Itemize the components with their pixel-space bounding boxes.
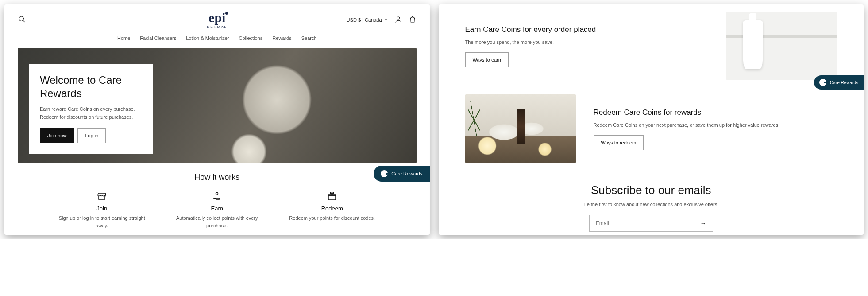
rewards-launcher-icon xyxy=(381,170,388,177)
how-item-body: Automatically collect points with every … xyxy=(173,214,261,229)
how-item-title: Join xyxy=(58,205,146,212)
how-item-body: Redeem your points for discount codes. xyxy=(288,214,376,222)
currency-selector[interactable]: USD $ | Canada xyxy=(347,17,388,23)
subscribe-title: Subscribe to our emails xyxy=(465,183,837,197)
site-header: epi DERMAL USD $ | Canada xyxy=(4,4,430,29)
logo-main: epi xyxy=(208,11,225,24)
rewards-launcher-label: Care Rewards xyxy=(830,80,858,85)
earn-section: Earn Care Coins for every order placed T… xyxy=(439,4,864,87)
rewards-launcher[interactable]: Care Rewards xyxy=(374,166,429,182)
how-title: How it works xyxy=(18,173,417,182)
ways-to-redeem-button[interactable]: Ways to redeem xyxy=(594,135,644,150)
login-button[interactable]: Log in xyxy=(77,128,106,143)
nav-item-rewards[interactable]: Rewards xyxy=(272,35,291,41)
currency-label: USD $ | Canada xyxy=(347,17,382,23)
email-field-wrapper: → xyxy=(589,215,713,232)
rewards-launcher[interactable]: Care Rewards xyxy=(814,75,864,90)
site-logo[interactable]: epi DERMAL xyxy=(207,11,227,29)
storefront-rewards-bottom: Earn Care Coins for every order placed T… xyxy=(439,4,864,235)
hero-card: Welcome to Care Rewards Earn reward Care… xyxy=(29,64,153,154)
nav-item-home[interactable]: Home xyxy=(117,35,130,41)
how-it-works: How it works Join Sign up or log in to s… xyxy=(4,163,430,229)
hand-coin-icon xyxy=(173,191,261,203)
svg-point-2 xyxy=(397,17,400,19)
email-input[interactable] xyxy=(596,220,698,226)
how-item-title: Redeem xyxy=(288,205,376,212)
search-icon[interactable] xyxy=(18,15,26,25)
how-item-title: Earn xyxy=(173,205,261,212)
subscribe-body: Be the first to know about new collectio… xyxy=(465,202,837,207)
primary-nav: Home Facial Cleansers Lotion & Moisturiz… xyxy=(4,29,430,48)
storefront-rewards-top: epi DERMAL USD $ | Canada Home Facial Cl… xyxy=(4,4,430,235)
redeem-title: Redeem Care Coins for rewards xyxy=(594,107,837,118)
redeem-image xyxy=(465,94,576,163)
svg-point-0 xyxy=(19,16,24,21)
join-button[interactable]: Join now xyxy=(40,128,74,143)
redeem-section: Redeem Care Coins for rewards Redeem Car… xyxy=(439,87,864,170)
chevron-down-icon xyxy=(384,18,388,22)
nav-item-cleansers[interactable]: Facial Cleansers xyxy=(140,35,176,41)
svg-point-3 xyxy=(216,193,218,195)
hero-title: Welcome to Care Rewards xyxy=(40,74,143,100)
cart-icon[interactable] xyxy=(409,16,417,25)
how-item-earn: Earn Automatically collect points with e… xyxy=(173,191,261,229)
nav-item-collections[interactable]: Collections xyxy=(239,35,262,41)
earn-body: The more you spend, the more you save. xyxy=(465,39,709,47)
subscribe-section: Subscribe to our emails Be the first to … xyxy=(439,170,864,235)
hero-banner: Welcome to Care Rewards Earn reward Care… xyxy=(18,48,417,163)
nav-item-search[interactable]: Search xyxy=(301,35,317,41)
gift-icon xyxy=(288,191,376,203)
redeem-body: Redeem Care Coins on your next purchase,… xyxy=(594,121,837,129)
submit-arrow-icon[interactable]: → xyxy=(698,218,709,229)
how-item-redeem: Redeem Redeem your points for discount c… xyxy=(288,191,376,229)
how-item-join: Join Sign up or log in to start earning … xyxy=(58,191,146,229)
svg-line-1 xyxy=(23,20,24,22)
storefront-icon xyxy=(58,191,146,203)
rewards-launcher-icon xyxy=(819,79,826,86)
how-item-body: Sign up or log in to start earning strai… xyxy=(58,214,146,229)
ways-to-earn-button[interactable]: Ways to earn xyxy=(465,52,509,67)
earn-title: Earn Care Coins for every order placed xyxy=(465,24,709,35)
logo-sub: DERMAL xyxy=(207,25,227,29)
nav-item-lotion[interactable]: Lotion & Moisturizer xyxy=(186,35,229,41)
rewards-launcher-label: Care Rewards xyxy=(391,171,422,176)
earn-image xyxy=(726,12,837,80)
account-icon[interactable] xyxy=(394,16,402,25)
hero-body: Earn reward Care Coins on every purchase… xyxy=(40,105,143,121)
